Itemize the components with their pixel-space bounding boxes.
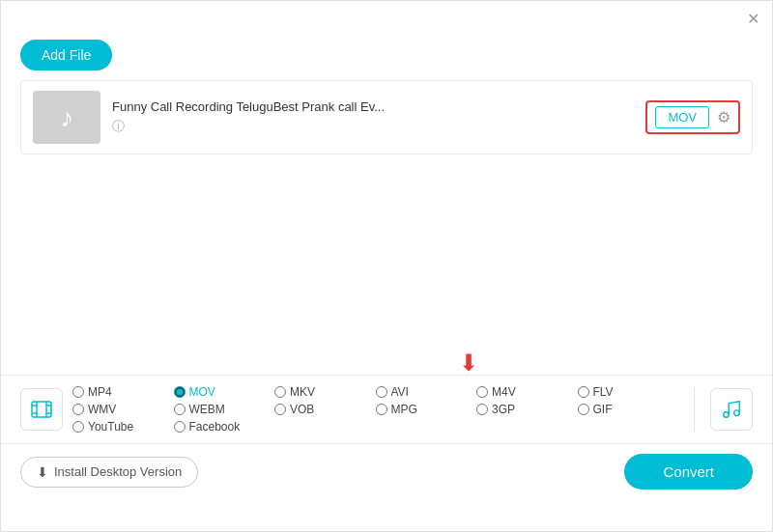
format-radio-mkv[interactable]: [274, 386, 286, 398]
convert-button[interactable]: Convert: [624, 454, 753, 490]
format-radio-facebook[interactable]: [174, 421, 186, 433]
format-option-gif[interactable]: GIF: [578, 403, 679, 416]
content-area: [1, 154, 772, 348]
svg-rect-0: [32, 402, 51, 417]
format-option-mkv[interactable]: MKV: [274, 385, 376, 399]
bottom-bar: ⬇ Install Desktop Version Convert: [1, 443, 772, 499]
format-radio-mov[interactable]: [174, 386, 186, 398]
settings-icon[interactable]: ⚙: [717, 108, 730, 126]
info-icon[interactable]: ⓘ: [112, 119, 125, 133]
format-radio-flv[interactable]: [578, 386, 589, 398]
file-thumbnail: ♪: [33, 91, 100, 144]
install-desktop-button[interactable]: ⬇ Install Desktop Version: [20, 457, 198, 488]
format-radio-webm[interactable]: [174, 404, 186, 415]
format-area: MP4 MOV MKV AVI M4V FLV WMV WEBM VOB MPG: [1, 375, 772, 443]
arrow-area: ⬇: [165, 348, 772, 375]
format-option-youtube[interactable]: YouTube: [72, 420, 174, 434]
format-radio-m4v[interactable]: [476, 386, 488, 398]
format-radio-mp4[interactable]: [72, 386, 84, 398]
format-radio-youtube[interactable]: [72, 421, 84, 433]
format-option-facebook[interactable]: Facebook: [174, 420, 275, 434]
format-options: MP4 MOV MKV AVI M4V FLV WMV WEBM VOB MPG: [72, 385, 678, 434]
audio-format-icon[interactable]: [710, 388, 753, 431]
format-radio-3gp[interactable]: [476, 404, 488, 415]
svg-point-7: [724, 412, 730, 418]
file-info: Funny Call Recording TeluguBest Prank ca…: [112, 99, 634, 135]
format-option-m4v[interactable]: M4V: [476, 385, 578, 399]
format-radio-avi[interactable]: [376, 386, 387, 398]
format-radio-gif[interactable]: [578, 404, 589, 415]
format-option-mov[interactable]: MOV: [174, 385, 275, 399]
file-meta: ⓘ: [112, 118, 634, 135]
format-radio-wmv[interactable]: [72, 404, 84, 415]
add-file-button[interactable]: Add File: [20, 40, 112, 70]
format-divider: [694, 388, 695, 431]
svg-point-8: [734, 410, 740, 416]
format-option-webm[interactable]: WEBM: [174, 403, 275, 416]
format-badge[interactable]: MOV: [655, 106, 709, 128]
video-format-icon[interactable]: [20, 388, 63, 431]
file-list: ♪ Funny Call Recording TeluguBest Prank …: [20, 80, 753, 154]
format-option-3gp[interactable]: 3GP: [476, 403, 578, 416]
music-icon: ♪: [60, 102, 73, 133]
title-bar: ✕: [1, 1, 772, 36]
file-name: Funny Call Recording TeluguBest Prank ca…: [112, 99, 634, 114]
format-option-avi[interactable]: AVI: [376, 385, 477, 399]
down-arrow-icon: ⬇: [459, 351, 478, 375]
film-icon: [30, 398, 53, 421]
install-label: Install Desktop Version: [54, 464, 182, 479]
close-button[interactable]: ✕: [745, 11, 760, 26]
format-option-wmv[interactable]: WMV: [72, 403, 174, 416]
download-icon: ⬇: [37, 464, 48, 480]
format-option-mpg[interactable]: MPG: [376, 403, 477, 416]
format-option-mp4[interactable]: MP4: [72, 385, 174, 399]
music-note-icon: [721, 399, 742, 420]
file-actions: MOV ⚙: [645, 100, 740, 134]
format-option-vob[interactable]: VOB: [274, 403, 376, 416]
file-item: ♪ Funny Call Recording TeluguBest Prank …: [21, 81, 752, 154]
toolbar: Add File: [1, 36, 772, 80]
format-radio-mpg[interactable]: [376, 404, 387, 415]
format-radio-vob[interactable]: [274, 404, 286, 415]
format-option-flv[interactable]: FLV: [578, 385, 679, 399]
